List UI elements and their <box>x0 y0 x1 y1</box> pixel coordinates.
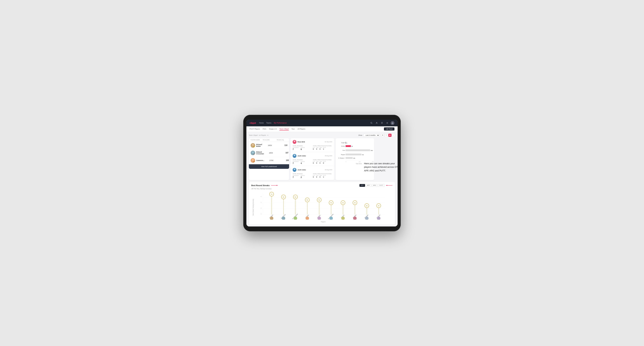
svg-text:131: 131 <box>353 158 355 159</box>
list-view-button[interactable]: ≡ <box>385 134 388 137</box>
player-name: Edward Crossman <box>256 151 264 155</box>
export-button[interactable]: ↓ <box>392 134 395 137</box>
grid-view-button[interactable]: ⊞ <box>381 134 384 137</box>
team-name: Team Clippd <box>249 134 258 136</box>
tournament-value: 7 <box>292 148 298 150</box>
svg-text:4x: 4x <box>342 202 344 204</box>
sub-nav-pga[interactable]: PGA <box>263 128 266 131</box>
stats-grid: Total Rounds Tournament 7 Practice <box>292 173 332 178</box>
svg-text:499: 499 <box>371 150 373 151</box>
bar-chart-svg: Eagles Birdies Pars Bogeys D. Bogeys + 3 <box>338 140 374 165</box>
svg-text:96: 96 <box>352 146 353 147</box>
svg-text:0: 0 <box>346 161 346 162</box>
player-name: Cameron... <box>256 160 264 161</box>
player-stats-header: Rees Britt 02 Sep 2023 <box>292 140 332 144</box>
tournament-value: 7 <box>292 162 298 164</box>
pb-avg: 107 <box>278 152 288 154</box>
streak-chart-svg: 0 2 4 6 7x <box>254 192 393 220</box>
col-pb-score: PB SCORE <box>263 139 277 141</box>
avatar: 2 <box>250 151 255 155</box>
svg-point-0 <box>371 122 372 123</box>
annotation-arrow-2 <box>386 184 393 187</box>
pb-avg: 103 <box>278 159 289 161</box>
table-row: 3 Cameron... 17/20 103 <box>249 157 289 164</box>
bar-chart-card: Eagles Birdies Pars Bogeys D. Bogeys + 3 <box>336 138 374 180</box>
col-pb-avg: PB AVG SQ <box>277 139 287 141</box>
practice-value: 6 <box>301 148 305 150</box>
sub-nav-team-clippd[interactable]: Team Clippd <box>280 128 289 131</box>
streak-filter-buttons: OTT APP ARG PUTT <box>360 184 393 187</box>
annotation-callout: Here you can see streaks your players ha… <box>364 162 402 173</box>
leaderboard-card: PLAYER NAME PB SCORE PB AVG SQ <box>249 138 289 180</box>
player-name: Josh Coles <box>298 155 324 157</box>
svg-text:7x: 7x <box>271 193 272 195</box>
svg-marker-40 <box>277 185 278 186</box>
svg-point-13 <box>252 159 254 161</box>
player-name: Josh Coles <box>298 169 324 171</box>
svg-text:200: 200 <box>359 161 361 162</box>
avatar: 1 <box>250 143 255 148</box>
user-avatar[interactable] <box>390 121 394 125</box>
total-rounds-label: Total Rounds <box>292 159 312 161</box>
sub-nav-tour[interactable]: Tour <box>292 128 295 131</box>
nav-icons <box>370 121 394 125</box>
practice-activities-section: Total Practice Activities OTT0 APP0 ARG0… <box>313 145 332 150</box>
user-icon[interactable] <box>375 121 378 125</box>
table-row: 1 Richard Butler 19/20 110 <box>249 142 289 149</box>
svg-text:4x: 4x <box>330 202 332 204</box>
player-count: 14 Players <box>259 134 266 136</box>
player-info: 2 Edward Crossman <box>250 151 264 155</box>
rounds-section: Total Rounds Tournament 7 Practice <box>292 145 312 150</box>
svg-text:3: 3 <box>346 142 347 144</box>
detail-view-button[interactable]: ▦ <box>388 134 392 137</box>
practice-activities-label: Total Practice Activities <box>313 145 332 147</box>
settings-icon[interactable] <box>385 121 389 125</box>
three-column-layout: PLAYER NAME PB SCORE PB AVG SQ <box>249 138 395 180</box>
svg-text:4: 4 <box>261 202 262 203</box>
stats-grid: Total Rounds Tournament 7 Practice <box>292 159 332 164</box>
app-filter-button[interactable]: APP <box>366 184 371 187</box>
ott-filter-button[interactable]: OTT <box>360 184 365 187</box>
time-filter-select[interactable]: Last 3 months Last 6 months Last year <box>364 134 380 137</box>
table-row: 2 Edward Crossman 18/20 107 <box>249 149 289 157</box>
nav-teams[interactable]: Teams <box>266 122 271 124</box>
total-rounds-label: Total Rounds <box>292 145 312 147</box>
pb-score: 19/20 <box>263 145 277 146</box>
nav-home[interactable]: Home <box>259 122 264 124</box>
player-stats-row: Josh Coles 26 Aug 2023 Total Rounds Tour… <box>290 166 334 180</box>
sub-nav-pgat[interactable]: PGAT Players <box>250 128 260 131</box>
sub-nav-all-players[interactable]: All Players <box>298 128 306 131</box>
svg-text:Total Shots: Total Shots <box>356 163 362 164</box>
arg-filter-button[interactable]: ARG <box>372 184 378 187</box>
svg-text:4x: 4x <box>354 202 356 204</box>
svg-text:6x: 6x <box>295 196 296 198</box>
player-name: Rees Britt <box>298 141 324 143</box>
putt-filter-button[interactable]: PUTT <box>378 184 384 187</box>
player-name: Richard Butler <box>256 144 263 147</box>
player-date: 26 Aug 2023 <box>325 155 332 157</box>
sub-nav-hcaps[interactable]: Hcaps 1-5 <box>269 128 276 131</box>
svg-text:5x: 5x <box>306 199 308 201</box>
svg-point-19 <box>294 169 295 170</box>
search-icon[interactable] <box>370 121 373 125</box>
svg-point-7 <box>392 122 393 123</box>
stats-grid: Total Rounds Tournament 7 Practice <box>292 145 332 150</box>
nav-my-performance[interactable]: My Performance <box>274 122 287 124</box>
svg-rect-33 <box>346 157 352 159</box>
svg-rect-31 <box>346 154 362 155</box>
edit-icon[interactable]: ✏ <box>267 134 268 136</box>
bell-icon[interactable] <box>380 121 384 125</box>
avatar <box>292 168 296 172</box>
view-full-leaderboard-button[interactable]: View Full Leaderboard <box>249 164 289 169</box>
rounds-section: Total Rounds Tournament 7 Practice <box>292 159 312 164</box>
add-team-button[interactable]: Add Team <box>384 127 394 131</box>
subtitle-main: Off The Tee <box>251 188 259 190</box>
svg-text:3x: 3x <box>378 205 380 206</box>
avatar <box>292 140 296 144</box>
svg-rect-29 <box>346 149 370 151</box>
team-header: Team Clippd 14 Players ✏ Show Last 3 mon… <box>249 134 395 137</box>
svg-text:Birdies: Birdies <box>342 146 345 147</box>
subtitle-secondary: Fairway Accuracy <box>260 188 272 190</box>
show-filter: Show Last 3 months Last 6 months Last ye… <box>358 134 395 137</box>
svg-rect-27 <box>346 145 351 147</box>
